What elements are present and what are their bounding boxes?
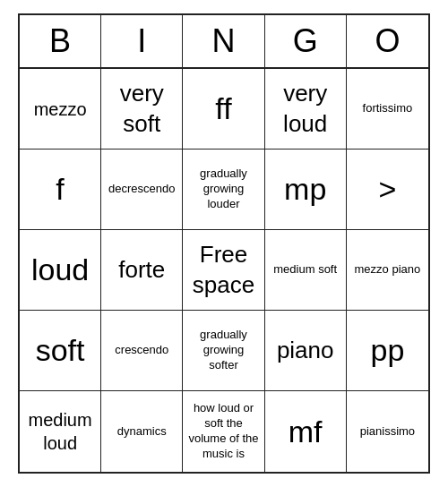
bingo-card: BINGO mezzovery softffvery loudfortissim…: [18, 13, 430, 474]
bingo-cell: gradually growing softer: [183, 311, 264, 391]
cell-content: medium loud: [25, 408, 95, 455]
bingo-cell: fortissimo: [347, 69, 428, 150]
cell-content: piano: [277, 336, 334, 366]
bingo-cell: very soft: [101, 69, 183, 150]
bingo-cell: medium soft: [265, 230, 347, 311]
bingo-cell: forte: [101, 230, 183, 311]
bingo-grid: mezzovery softffvery loudfortissimofdecr…: [20, 69, 428, 472]
bingo-cell: ff: [183, 69, 264, 150]
header-letter: N: [183, 15, 264, 67]
bingo-cell: very loud: [265, 69, 347, 150]
bingo-cell: dynamics: [101, 391, 183, 472]
bingo-cell: how loud or soft the volume of the music…: [183, 391, 264, 472]
cell-content: loud: [31, 250, 89, 289]
cell-content: gradually growing softer: [188, 328, 258, 373]
bingo-cell: mf: [265, 391, 347, 472]
bingo-cell: mp: [265, 150, 347, 230]
bingo-cell: piano: [265, 311, 347, 391]
cell-content: fortissimo: [363, 101, 413, 116]
bingo-cell: f: [20, 150, 101, 230]
cell-content: >: [378, 169, 396, 209]
cell-content: forte: [118, 255, 165, 286]
bingo-cell: decrescendo: [101, 150, 183, 230]
header-letter: B: [20, 15, 101, 67]
bingo-cell: mezzo: [20, 69, 101, 150]
cell-content: gradually growing louder: [188, 167, 258, 212]
bingo-cell: pianissimo: [347, 391, 428, 472]
cell-content: soft: [36, 330, 85, 370]
cell-content: decrescendo: [108, 182, 175, 197]
bingo-cell: gradually growing louder: [183, 150, 264, 230]
cell-content: Free space: [188, 240, 258, 301]
header-letter: I: [101, 15, 183, 67]
cell-content: crescendo: [115, 343, 168, 358]
bingo-header: BINGO: [20, 15, 428, 69]
bingo-cell: crescendo: [101, 311, 183, 391]
cell-content: very loud: [271, 79, 340, 140]
header-letter: G: [265, 15, 347, 67]
bingo-cell: loud: [20, 230, 101, 311]
cell-content: medium soft: [273, 262, 337, 278]
bingo-cell: medium loud: [20, 391, 101, 472]
cell-content: ff: [215, 89, 231, 128]
cell-content: dynamics: [117, 424, 167, 440]
cell-content: very soft: [107, 79, 177, 140]
cell-content: pianissimo: [360, 424, 415, 440]
cell-content: mezzo piano: [355, 262, 421, 278]
cell-content: pp: [370, 330, 404, 370]
bingo-cell: mezzo piano: [347, 230, 428, 311]
bingo-cell: Free space: [183, 230, 264, 311]
cell-content: mf: [289, 412, 323, 451]
bingo-cell: >: [347, 150, 428, 230]
bingo-cell: soft: [20, 311, 101, 391]
header-letter: O: [347, 15, 428, 67]
cell-content: mezzo: [34, 98, 87, 121]
cell-content: mp: [284, 169, 326, 209]
bingo-cell: pp: [347, 311, 428, 391]
cell-content: f: [56, 169, 64, 209]
cell-content: how loud or soft the volume of the music…: [188, 401, 258, 462]
